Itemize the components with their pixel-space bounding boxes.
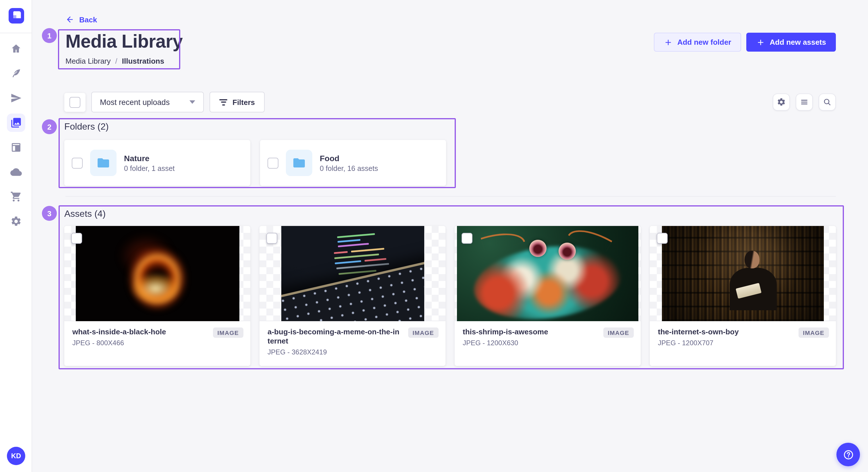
asset-checkbox[interactable] xyxy=(657,233,668,244)
folder-meta: 0 folder, 16 assets xyxy=(320,164,378,172)
back-label: Back xyxy=(79,15,97,24)
black-hole-image xyxy=(75,226,239,321)
annotation-marker-2: 2 xyxy=(42,119,57,134)
sidebar-item-home[interactable] xyxy=(10,43,22,55)
asset-type-badge: IMAGE xyxy=(213,328,243,338)
help-icon xyxy=(842,449,854,460)
folder-icon xyxy=(292,156,306,170)
user-avatar[interactable]: KD xyxy=(7,447,25,465)
asset-type-badge: IMAGE xyxy=(798,328,829,338)
breadcrumb-current: Illustrations xyxy=(122,57,164,65)
filters-button[interactable]: Filters xyxy=(210,92,265,112)
asset-type-badge: IMAGE xyxy=(408,328,439,338)
laptop-code-image xyxy=(281,226,424,321)
sidebar-item-releases[interactable] xyxy=(10,92,22,104)
search-button[interactable] xyxy=(818,94,836,111)
breadcrumb-root[interactable]: Media Library xyxy=(65,57,111,65)
select-all-checkbox[interactable] xyxy=(69,97,81,107)
asset-info: the-internet-s-own-boy JPEG - 1200X707 I… xyxy=(650,321,836,353)
layout-icon xyxy=(10,142,22,153)
folder-checkbox[interactable] xyxy=(72,158,83,168)
add-new-folder-button[interactable]: Add new folder xyxy=(654,33,741,52)
strapi-logo[interactable] xyxy=(9,8,24,24)
sidebar-item-content-type-builder[interactable] xyxy=(10,142,22,153)
media-library-icon xyxy=(10,117,22,129)
annotation-marker-3: 3 xyxy=(42,206,57,221)
add-new-assets-button[interactable]: Add new assets xyxy=(746,33,836,52)
select-all-container xyxy=(64,93,86,111)
folder-card-food[interactable]: Food 0 folder, 16 assets xyxy=(260,140,446,186)
cloud-icon xyxy=(10,166,22,178)
library-portrait-image xyxy=(662,226,824,321)
folder-card-nature[interactable]: Nature 0 folder, 1 asset xyxy=(64,140,250,186)
asset-thumbnail xyxy=(259,226,445,321)
toolbar: Most recent uploads Filters xyxy=(64,92,836,112)
asset-type-badge: IMAGE xyxy=(603,328,634,338)
add-new-folder-label: Add new folder xyxy=(677,38,732,46)
plus-icon xyxy=(663,38,673,47)
asset-info: a-bug-is-becoming-a-meme-on-the-internet… xyxy=(259,321,445,363)
toolbar-left: Most recent uploads Filters xyxy=(64,92,265,112)
main-content: Back Media Library Media Library / Illus… xyxy=(32,0,868,472)
asset-meta: JPEG - 1200X707 xyxy=(658,339,828,347)
media-library-page: KD Back Media Library Media Library / Il… xyxy=(0,0,868,472)
asset-card-shrimp[interactable]: this-shrimp-is-awesome JPEG - 1200X630 I… xyxy=(455,226,641,366)
folder-texts: Nature 0 folder, 1 asset xyxy=(124,154,175,172)
search-icon xyxy=(823,98,832,107)
toolbar-right xyxy=(773,94,836,111)
title-block: Media Library Media Library / Illustrati… xyxy=(65,30,183,65)
arrow-left-icon xyxy=(65,15,74,24)
folder-icon xyxy=(96,156,110,170)
sidebar-divider xyxy=(0,33,32,33)
asset-thumbnail xyxy=(650,226,836,321)
folder-checkbox[interactable] xyxy=(268,158,278,168)
sidebar-item-content-manager[interactable] xyxy=(10,68,22,79)
asset-card-black-hole[interactable]: what-s-inside-a-black-hole JPEG - 800X46… xyxy=(64,226,250,366)
sidebar-item-media-library[interactable] xyxy=(7,113,25,132)
folder-texts: Food 0 folder, 16 assets xyxy=(320,154,378,172)
folders-section: Folders (2) Nature 0 folder, 1 asset xyxy=(64,122,836,186)
sidebar-item-settings[interactable] xyxy=(10,216,22,227)
sidebar-item-cloud[interactable] xyxy=(10,166,22,178)
filters-label: Filters xyxy=(232,98,255,106)
gear-icon xyxy=(777,98,786,107)
asset-checkbox[interactable] xyxy=(462,233,472,244)
strapi-logo-icon xyxy=(9,8,24,24)
sidebar-item-marketplace[interactable] xyxy=(10,191,22,202)
asset-meta: JPEG - 800X466 xyxy=(72,339,242,347)
asset-title: this-shrimp-is-awesome xyxy=(463,328,595,337)
sidebar: KD xyxy=(0,0,32,472)
filter-icon xyxy=(219,99,227,105)
asset-thumbnail xyxy=(455,226,641,321)
folder-name: Nature xyxy=(124,154,175,163)
asset-info: what-s-inside-a-black-hole JPEG - 800X46… xyxy=(64,321,250,353)
header-actions: Add new folder Add new assets xyxy=(654,33,836,52)
feather-icon xyxy=(10,68,22,79)
asset-meta: JPEG - 3628X2419 xyxy=(268,348,437,356)
asset-checkbox[interactable] xyxy=(71,233,82,244)
sort-dropdown[interactable]: Most recent uploads xyxy=(91,92,204,112)
asset-title: the-internet-s-own-boy xyxy=(658,328,790,337)
breadcrumb: Media Library / Illustrations xyxy=(65,57,183,65)
asset-cards: what-s-inside-a-black-hole JPEG - 800X46… xyxy=(64,226,836,366)
section-divider xyxy=(65,196,836,197)
asset-thumbnail xyxy=(64,226,250,321)
asset-card-internet-own-boy[interactable]: the-internet-s-own-boy JPEG - 1200X707 I… xyxy=(650,226,836,366)
asset-checkbox[interactable] xyxy=(267,233,277,244)
grid-settings-button[interactable] xyxy=(773,94,790,111)
asset-meta: JPEG - 1200X630 xyxy=(463,339,632,347)
cart-icon xyxy=(10,191,22,202)
folder-tile xyxy=(286,150,312,176)
folder-meta: 0 folder, 1 asset xyxy=(124,164,175,172)
annotation-marker-1: 1 xyxy=(42,28,57,43)
gear-icon xyxy=(10,216,22,227)
asset-card-bug-meme[interactable]: a-bug-is-becoming-a-meme-on-the-internet… xyxy=(259,226,445,366)
back-link[interactable]: Back xyxy=(65,15,97,24)
list-icon xyxy=(800,98,809,107)
assets-section: Assets (4) what-s-inside-a-black-hole JP… xyxy=(64,209,836,366)
list-view-button[interactable] xyxy=(796,94,813,111)
asset-title: what-s-inside-a-black-hole xyxy=(72,328,205,337)
help-button[interactable] xyxy=(836,443,860,466)
paper-plane-icon xyxy=(10,92,22,104)
folder-cards: Nature 0 folder, 1 asset Food 0 folder, … xyxy=(64,140,836,186)
